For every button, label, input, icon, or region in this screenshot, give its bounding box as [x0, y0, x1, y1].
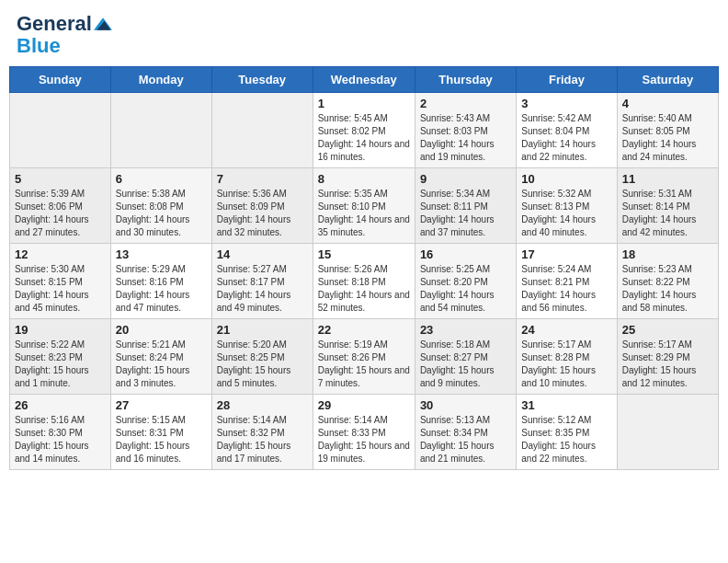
calendar-cell — [110, 93, 211, 168]
day-number: 13 — [116, 247, 207, 261]
calendar-cell — [617, 395, 718, 470]
day-number: 15 — [318, 247, 410, 261]
day-header-saturday: Saturday — [617, 67, 718, 93]
calendar-cell: 11Sunrise: 5:31 AMSunset: 8:14 PMDayligh… — [617, 168, 718, 244]
calendar-week-row: 26Sunrise: 5:16 AMSunset: 8:30 PMDayligh… — [10, 395, 719, 470]
day-info: Sunrise: 5:26 AMSunset: 8:18 PMDaylight:… — [318, 263, 410, 315]
day-info: Sunrise: 5:40 AMSunset: 8:05 PMDaylight:… — [622, 112, 713, 164]
calendar-cell: 28Sunrise: 5:14 AMSunset: 8:32 PMDayligh… — [211, 395, 313, 470]
logo-text-general: General — [17, 13, 92, 35]
day-info: Sunrise: 5:13 AMSunset: 8:34 PMDaylight:… — [420, 414, 511, 465]
calendar-cell: 25Sunrise: 5:17 AMSunset: 8:29 PMDayligh… — [617, 319, 718, 395]
day-info: Sunrise: 5:17 AMSunset: 8:28 PMDaylight:… — [521, 339, 611, 390]
day-number: 9 — [420, 172, 511, 186]
day-info: Sunrise: 5:35 AMSunset: 8:10 PMDaylight:… — [318, 188, 410, 239]
day-number: 10 — [521, 172, 611, 186]
day-number: 29 — [318, 398, 410, 412]
calendar-cell: 15Sunrise: 5:26 AMSunset: 8:18 PMDayligh… — [313, 244, 415, 319]
day-number: 27 — [116, 398, 207, 412]
day-number: 16 — [420, 247, 511, 261]
day-info: Sunrise: 5:32 AMSunset: 8:13 PMDaylight:… — [521, 188, 611, 239]
day-info: Sunrise: 5:27 AMSunset: 8:17 PMDaylight:… — [217, 263, 308, 315]
day-info: Sunrise: 5:24 AMSunset: 8:21 PMDaylight:… — [521, 263, 611, 315]
day-info: Sunrise: 5:12 AMSunset: 8:35 PMDaylight:… — [521, 414, 611, 465]
day-header-thursday: Thursday — [415, 67, 516, 93]
day-number: 21 — [217, 323, 308, 337]
day-header-wednesday: Wednesday — [313, 67, 415, 93]
day-header-friday: Friday — [517, 67, 617, 93]
day-number: 7 — [217, 172, 308, 186]
day-number: 18 — [622, 247, 713, 261]
calendar-cell: 19Sunrise: 5:22 AMSunset: 8:23 PMDayligh… — [10, 319, 111, 395]
calendar-cell: 16Sunrise: 5:25 AMSunset: 8:20 PMDayligh… — [415, 244, 516, 319]
calendar-cell: 14Sunrise: 5:27 AMSunset: 8:17 PMDayligh… — [211, 244, 313, 319]
calendar-cell: 7Sunrise: 5:36 AMSunset: 8:09 PMDaylight… — [211, 168, 313, 244]
day-number: 14 — [217, 247, 308, 261]
calendar-cell: 4Sunrise: 5:40 AMSunset: 8:05 PMDaylight… — [617, 93, 718, 168]
day-info: Sunrise: 5:29 AMSunset: 8:16 PMDaylight:… — [116, 263, 207, 315]
day-number: 26 — [15, 398, 106, 412]
day-info: Sunrise: 5:14 AMSunset: 8:32 PMDaylight:… — [217, 414, 308, 465]
calendar-cell: 9Sunrise: 5:34 AMSunset: 8:11 PMDaylight… — [415, 168, 516, 244]
day-number: 6 — [116, 172, 207, 186]
logo: General Blue — [17, 13, 112, 57]
page-header: General Blue — [9, 9, 719, 61]
calendar-cell: 30Sunrise: 5:13 AMSunset: 8:34 PMDayligh… — [415, 395, 516, 470]
day-number: 31 — [521, 398, 611, 412]
day-info: Sunrise: 5:31 AMSunset: 8:14 PMDaylight:… — [622, 188, 713, 239]
day-number: 12 — [15, 247, 106, 261]
calendar-cell: 31Sunrise: 5:12 AMSunset: 8:35 PMDayligh… — [517, 395, 617, 470]
day-info: Sunrise: 5:25 AMSunset: 8:20 PMDaylight:… — [420, 263, 511, 315]
day-info: Sunrise: 5:18 AMSunset: 8:27 PMDaylight:… — [420, 339, 511, 390]
day-info: Sunrise: 5:34 AMSunset: 8:11 PMDaylight:… — [420, 188, 511, 239]
day-number: 20 — [116, 323, 207, 337]
day-info: Sunrise: 5:19 AMSunset: 8:26 PMDaylight:… — [318, 339, 410, 390]
calendar-header-row: SundayMondayTuesdayWednesdayThursdayFrid… — [10, 67, 719, 93]
day-info: Sunrise: 5:43 AMSunset: 8:03 PMDaylight:… — [420, 112, 511, 164]
day-number: 8 — [318, 172, 410, 186]
day-info: Sunrise: 5:20 AMSunset: 8:25 PMDaylight:… — [217, 339, 308, 390]
calendar-cell — [211, 93, 313, 168]
day-info: Sunrise: 5:38 AMSunset: 8:08 PMDaylight:… — [116, 188, 207, 239]
calendar-cell: 22Sunrise: 5:19 AMSunset: 8:26 PMDayligh… — [313, 319, 415, 395]
day-number: 23 — [420, 323, 511, 337]
day-number: 3 — [521, 97, 611, 110]
day-info: Sunrise: 5:17 AMSunset: 8:29 PMDaylight:… — [622, 339, 713, 390]
calendar-cell — [10, 93, 111, 168]
day-header-sunday: Sunday — [10, 67, 111, 93]
day-info: Sunrise: 5:15 AMSunset: 8:31 PMDaylight:… — [116, 414, 207, 465]
day-info: Sunrise: 5:16 AMSunset: 8:30 PMDaylight:… — [15, 414, 106, 465]
calendar-cell: 21Sunrise: 5:20 AMSunset: 8:25 PMDayligh… — [211, 319, 313, 395]
day-info: Sunrise: 5:21 AMSunset: 8:24 PMDaylight:… — [116, 339, 207, 390]
day-info: Sunrise: 5:22 AMSunset: 8:23 PMDaylight:… — [15, 339, 106, 390]
day-info: Sunrise: 5:36 AMSunset: 8:09 PMDaylight:… — [217, 188, 308, 239]
logo-text-blue: Blue — [17, 35, 61, 57]
calendar-cell: 17Sunrise: 5:24 AMSunset: 8:21 PMDayligh… — [517, 244, 617, 319]
day-info: Sunrise: 5:39 AMSunset: 8:06 PMDaylight:… — [15, 188, 106, 239]
calendar-week-row: 19Sunrise: 5:22 AMSunset: 8:23 PMDayligh… — [10, 319, 719, 395]
calendar-cell: 5Sunrise: 5:39 AMSunset: 8:06 PMDaylight… — [10, 168, 111, 244]
calendar-cell: 10Sunrise: 5:32 AMSunset: 8:13 PMDayligh… — [517, 168, 617, 244]
day-info: Sunrise: 5:45 AMSunset: 8:02 PMDaylight:… — [318, 112, 410, 164]
calendar-cell: 24Sunrise: 5:17 AMSunset: 8:28 PMDayligh… — [517, 319, 617, 395]
day-number: 28 — [217, 398, 308, 412]
day-number: 17 — [521, 247, 611, 261]
day-info: Sunrise: 5:30 AMSunset: 8:15 PMDaylight:… — [15, 263, 106, 315]
calendar-table: SundayMondayTuesdayWednesdayThursdayFrid… — [9, 66, 719, 470]
day-number: 22 — [318, 323, 410, 337]
calendar-cell: 1Sunrise: 5:45 AMSunset: 8:02 PMDaylight… — [313, 93, 415, 168]
day-info: Sunrise: 5:42 AMSunset: 8:04 PMDaylight:… — [521, 112, 611, 164]
calendar-cell: 26Sunrise: 5:16 AMSunset: 8:30 PMDayligh… — [10, 395, 111, 470]
calendar-cell: 20Sunrise: 5:21 AMSunset: 8:24 PMDayligh… — [110, 319, 211, 395]
calendar-cell: 29Sunrise: 5:14 AMSunset: 8:33 PMDayligh… — [313, 395, 415, 470]
day-header-monday: Monday — [110, 67, 211, 93]
day-info: Sunrise: 5:14 AMSunset: 8:33 PMDaylight:… — [318, 414, 410, 465]
calendar-cell: 23Sunrise: 5:18 AMSunset: 8:27 PMDayligh… — [415, 319, 516, 395]
day-number: 25 — [622, 323, 713, 337]
calendar-cell: 2Sunrise: 5:43 AMSunset: 8:03 PMDaylight… — [415, 93, 516, 168]
calendar-cell: 27Sunrise: 5:15 AMSunset: 8:31 PMDayligh… — [110, 395, 211, 470]
day-info: Sunrise: 5:23 AMSunset: 8:22 PMDaylight:… — [622, 263, 713, 315]
calendar-cell: 13Sunrise: 5:29 AMSunset: 8:16 PMDayligh… — [110, 244, 211, 319]
calendar-cell: 6Sunrise: 5:38 AMSunset: 8:08 PMDaylight… — [110, 168, 211, 244]
calendar-cell: 18Sunrise: 5:23 AMSunset: 8:22 PMDayligh… — [617, 244, 718, 319]
